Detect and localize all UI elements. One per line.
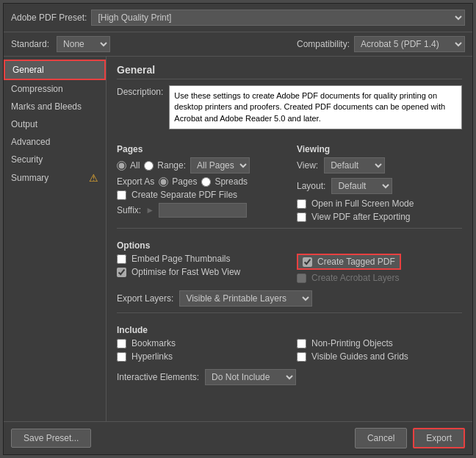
sidebar-item-output-label: Output bbox=[11, 119, 37, 129]
sidebar-item-security-label: Security bbox=[11, 154, 43, 165]
hyperlinks-label[interactable]: Hyperlinks bbox=[117, 351, 173, 362]
export-layers-select[interactable]: Visible & Printable Layers bbox=[179, 290, 312, 307]
sidebar-item-compression[interactable]: Compression bbox=[4, 80, 106, 98]
view-pdf-label[interactable]: View PDF after Exporting bbox=[297, 212, 411, 222]
sidebar-item-summary-label: Summary bbox=[11, 173, 48, 183]
visible-guides-label[interactable]: Visible Guides and Grids bbox=[297, 351, 408, 362]
export-spreads-label[interactable]: Spreads bbox=[201, 176, 248, 187]
preset-select[interactable]: [High Quality Print] bbox=[91, 10, 465, 26]
preset-label: Adobe PDF Preset: bbox=[11, 12, 87, 23]
preset-bar: Adobe PDF Preset: [High Quality Print] bbox=[4, 4, 472, 32]
export-as-row: Export As Pages Spreads bbox=[117, 176, 282, 187]
bookmarks-checkbox[interactable] bbox=[117, 339, 126, 348]
sidebar-item-summary[interactable]: Summary ⚠ bbox=[4, 168, 106, 187]
export-pages-radio[interactable] bbox=[159, 177, 168, 187]
interactive-label: Interactive Elements: bbox=[117, 372, 199, 382]
range-select[interactable]: All Pages bbox=[190, 157, 250, 173]
view-select[interactable]: Default bbox=[324, 157, 385, 173]
panel-title: General bbox=[117, 64, 462, 79]
pages-range-label[interactable]: Range: bbox=[144, 160, 186, 171]
standard-select[interactable]: None bbox=[57, 36, 110, 52]
sidebar-item-marks-bleeds[interactable]: Marks and Bleeds bbox=[4, 98, 106, 115]
sidebar-item-advanced-label: Advanced bbox=[11, 137, 50, 147]
include-right-col: Non-Printing Objects Visible Guides and … bbox=[297, 338, 462, 365]
non-printing-row: Non-Printing Objects bbox=[297, 338, 462, 348]
options-title: Options bbox=[117, 240, 462, 251]
layout-select[interactable]: Default bbox=[331, 178, 392, 194]
export-spreads-radio[interactable] bbox=[201, 177, 211, 187]
sidebar-item-marks-bleeds-label: Marks and Bleeds bbox=[11, 101, 82, 112]
standard-row: Standard: None Compatibility: Acrobat 5 … bbox=[4, 32, 472, 57]
main-content: General Compression Marks and Bleeds Out… bbox=[4, 57, 472, 421]
suffix-input[interactable] bbox=[159, 203, 247, 218]
create-separate-label[interactable]: Create Separate PDF Files bbox=[117, 190, 237, 200]
hyperlinks-row: Hyperlinks bbox=[117, 351, 282, 362]
create-acrobat-label: Create Acrobat Layers bbox=[297, 273, 399, 283]
save-preset-button[interactable]: Save Preset... bbox=[11, 429, 91, 448]
embed-col: Embed Page Thumbnails Optimise for Fast … bbox=[117, 254, 282, 286]
description-box: Description: Use these settings to creat… bbox=[117, 85, 462, 129]
options-section: Options Embed Page Thumbnails bbox=[117, 228, 462, 307]
create-separate-row: Create Separate PDF Files bbox=[117, 190, 282, 200]
bookmarks-label[interactable]: Bookmarks bbox=[117, 338, 176, 348]
visible-guides-row: Visible Guides and Grids bbox=[297, 351, 462, 362]
description-text: Use these settings to create Adobe PDF d… bbox=[169, 85, 462, 129]
embed-thumbnails-row: Embed Page Thumbnails bbox=[117, 254, 282, 264]
options-checks-row1: Embed Page Thumbnails Optimise for Fast … bbox=[117, 254, 462, 286]
hyperlinks-checkbox[interactable] bbox=[117, 352, 126, 362]
create-separate-checkbox[interactable] bbox=[117, 190, 126, 200]
compatibility-label: Compatibility: bbox=[297, 39, 350, 49]
viewing-section-title: Viewing bbox=[297, 144, 462, 154]
sidebar-item-advanced[interactable]: Advanced bbox=[4, 133, 106, 151]
bookmarks-row: Bookmarks bbox=[117, 338, 282, 348]
full-screen-label[interactable]: Open in Full Screen Mode bbox=[297, 198, 414, 209]
sidebar-item-security[interactable]: Security bbox=[4, 151, 106, 168]
full-screen-row: Open in Full Screen Mode bbox=[297, 198, 462, 209]
export-button[interactable]: Export bbox=[413, 428, 465, 448]
interactive-select[interactable]: Do Not Include bbox=[205, 369, 296, 385]
full-screen-checkbox[interactable] bbox=[297, 199, 306, 209]
sidebar: General Compression Marks and Bleeds Out… bbox=[4, 57, 107, 421]
cancel-button[interactable]: Cancel bbox=[355, 428, 407, 448]
non-printing-label[interactable]: Non-Printing Objects bbox=[297, 338, 393, 348]
standard-label: Standard: bbox=[11, 39, 49, 49]
sidebar-item-general[interactable]: General bbox=[4, 60, 106, 80]
embed-thumbnails-checkbox[interactable] bbox=[117, 254, 126, 264]
view-pdf-row: View PDF after Exporting bbox=[297, 212, 462, 222]
optimise-web-label[interactable]: Optimise for Fast Web View bbox=[117, 267, 240, 277]
non-printing-checkbox[interactable] bbox=[297, 339, 306, 348]
visible-guides-checkbox[interactable] bbox=[297, 352, 306, 362]
pages-all-range-row: All Range: All Pages bbox=[117, 157, 282, 173]
tagged-col: Create Tagged PDF Create Acrobat Layers bbox=[297, 254, 462, 286]
pages-viewing-section: Pages All Range: All Pages bbox=[117, 138, 462, 225]
pages-section-title: Pages bbox=[117, 144, 282, 154]
create-tagged-label[interactable]: Create Tagged PDF bbox=[297, 254, 401, 270]
panel-general: General Description: Use these settings … bbox=[107, 57, 472, 421]
create-tagged-checkbox[interactable] bbox=[303, 257, 312, 267]
optimise-web-checkbox[interactable] bbox=[117, 268, 126, 277]
view-row: View: Default bbox=[297, 157, 462, 173]
create-acrobat-row: Create Acrobat Layers bbox=[297, 273, 462, 283]
export-pages-label[interactable]: Pages bbox=[159, 176, 197, 187]
include-checks: Bookmarks Hyperlinks bbox=[117, 338, 462, 365]
sidebar-item-compression-label: Compression bbox=[11, 84, 63, 94]
suffix-row: Suffix: ► bbox=[117, 203, 282, 218]
embed-thumbnails-label[interactable]: Embed Page Thumbnails bbox=[117, 254, 231, 264]
suffix-arrow-icon: ► bbox=[145, 205, 154, 215]
bottom-bar: Save Preset... Cancel Export bbox=[4, 421, 472, 454]
pages-range-radio[interactable] bbox=[144, 161, 154, 171]
compatibility-select[interactable]: Acrobat 5 (PDF 1.4) bbox=[354, 36, 465, 52]
view-pdf-checkbox[interactable] bbox=[297, 212, 306, 222]
create-acrobat-checkbox bbox=[297, 273, 306, 283]
pages-all-radio[interactable] bbox=[117, 161, 126, 171]
pages-col: Pages All Range: All Pages bbox=[117, 138, 282, 225]
sidebar-item-general-label: General bbox=[12, 65, 44, 75]
warning-icon: ⚠ bbox=[89, 172, 98, 184]
suffix-label: Suffix: bbox=[117, 205, 141, 215]
pages-all-label[interactable]: All bbox=[117, 160, 140, 171]
export-layers-label: Export Layers: bbox=[117, 293, 173, 304]
optimise-web-row: Optimise for Fast Web View bbox=[117, 267, 282, 277]
sidebar-item-output[interactable]: Output bbox=[4, 115, 106, 133]
action-buttons: Cancel Export bbox=[355, 428, 465, 448]
export-layers-row: Export Layers: Visible & Printable Layer… bbox=[117, 290, 462, 307]
